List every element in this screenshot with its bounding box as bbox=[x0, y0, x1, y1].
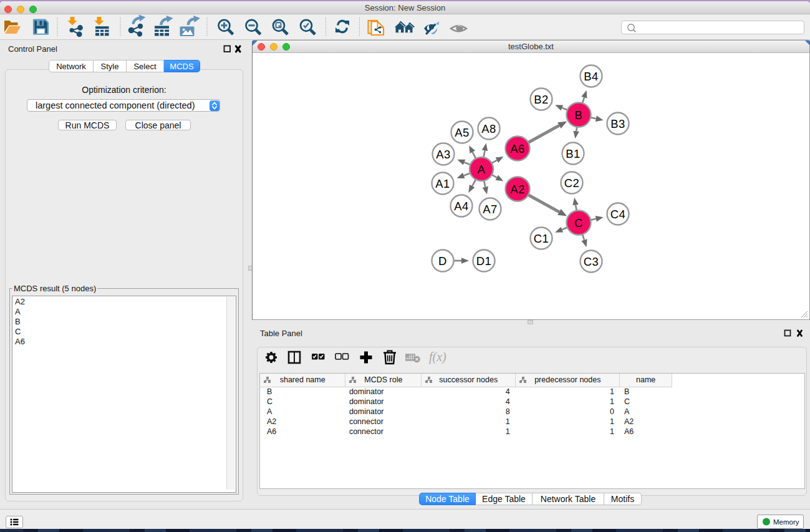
svg-text:B1: B1 bbox=[566, 147, 581, 160]
svg-text:A3: A3 bbox=[436, 148, 451, 161]
svg-text:B: B bbox=[575, 109, 583, 122]
svg-text:A5: A5 bbox=[455, 126, 470, 139]
svg-text:A7: A7 bbox=[483, 203, 498, 216]
svg-text:C1: C1 bbox=[534, 232, 549, 245]
svg-text:B3: B3 bbox=[610, 117, 625, 130]
svg-text:A2: A2 bbox=[510, 183, 525, 196]
svg-text:C4: C4 bbox=[610, 208, 626, 221]
svg-text:C3: C3 bbox=[584, 255, 599, 268]
svg-text:D1: D1 bbox=[476, 254, 492, 268]
svg-text:A1: A1 bbox=[435, 177, 450, 190]
svg-text:D: D bbox=[438, 254, 447, 268]
svg-text:B2: B2 bbox=[534, 93, 549, 106]
svg-text:A6: A6 bbox=[510, 142, 525, 155]
svg-text:C2: C2 bbox=[564, 177, 580, 190]
svg-text:C: C bbox=[574, 216, 583, 230]
svg-text:B4: B4 bbox=[584, 70, 599, 83]
svg-text:Memory: Memory bbox=[773, 518, 799, 526]
svg-text:A: A bbox=[478, 163, 486, 176]
svg-text:A8: A8 bbox=[481, 122, 496, 135]
svg-text:f(x): f(x) bbox=[429, 350, 446, 364]
svg-text:A4: A4 bbox=[454, 200, 469, 213]
